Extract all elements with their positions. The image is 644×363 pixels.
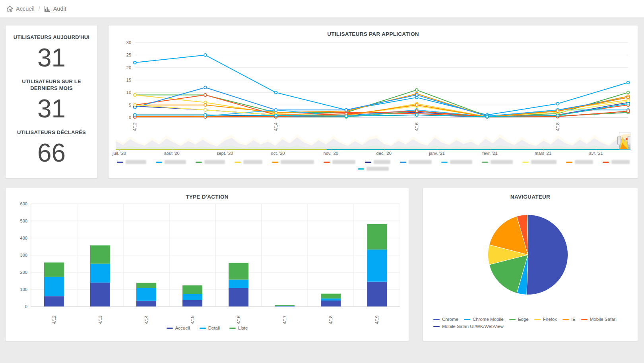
bar-segment[interactable] <box>44 262 64 277</box>
svg-text:100: 100 <box>20 287 27 292</box>
bar-segment[interactable] <box>229 279 248 288</box>
action-type-title: TYPE D'ACTION <box>12 188 402 200</box>
legend-dash-icon <box>365 162 371 163</box>
bar-segment[interactable] <box>136 283 156 288</box>
svg-text:4/15: 4/15 <box>190 316 195 324</box>
svg-text:30: 30 <box>126 40 131 45</box>
navigator-right-handle[interactable] <box>628 136 630 145</box>
line-legend-item-8[interactable] <box>400 160 432 164</box>
redacted-legend-label <box>575 160 593 164</box>
svg-text:4/16: 4/16 <box>236 316 241 324</box>
bar-segment[interactable] <box>275 306 295 306</box>
bar-segment[interactable] <box>44 296 64 306</box>
redacted-legend-label <box>367 167 389 171</box>
legend-dash-icon <box>441 162 448 163</box>
action-type-bar-chart[interactable]: 01002003004005006004/124/134/144/154/164… <box>12 201 402 325</box>
bar-segment[interactable] <box>367 282 387 306</box>
bar-segment[interactable] <box>321 299 341 301</box>
stat-value-last-month: 31 <box>37 96 66 122</box>
line-legend-item-2[interactable] <box>156 160 186 164</box>
audit-dashboard-page: Accueil / Audit UTILISATEURS AUJOURD'HUI… <box>0 0 644 363</box>
legend-dash-icon <box>566 162 572 163</box>
line-legend-item-13[interactable] <box>603 160 630 164</box>
pie-legend-item-2[interactable]: Chrome Mobile <box>464 317 504 322</box>
line-legend-item-3[interactable] <box>196 160 225 164</box>
bar-legend-item-accueil[interactable]: Accueil <box>167 326 190 330</box>
svg-text:4/14: 4/14 <box>144 316 149 324</box>
bar-legend-item-detail[interactable]: Detail <box>200 326 220 330</box>
users-by-app-line-chart[interactable]: 0510152025304/124/144/164/18 <box>116 39 630 131</box>
bar-segment[interactable] <box>229 263 248 279</box>
navigator-left-handle[interactable] <box>617 136 621 145</box>
bar-segment[interactable] <box>229 288 248 306</box>
line-chart-legend <box>116 160 630 171</box>
legend-dash-icon <box>433 326 440 327</box>
line-legend-item-6[interactable] <box>324 160 355 164</box>
legend-dash-icon <box>196 162 202 163</box>
line-legend-item-11[interactable] <box>522 160 557 164</box>
browser-title: NAVIGUATEUR <box>431 188 630 200</box>
redacted-legend-label <box>491 160 513 164</box>
bar-segment[interactable] <box>367 250 387 282</box>
svg-text:4/18: 4/18 <box>328 316 333 324</box>
users-by-app-title: UTILISATEURS PAR APPLICATION <box>116 25 630 37</box>
bar-segment[interactable] <box>136 288 156 301</box>
legend-dash-icon <box>358 168 364 170</box>
bar-chart-icon <box>44 6 50 12</box>
legend-dash-icon <box>272 162 278 163</box>
pie-legend-item-1[interactable]: Chrome <box>433 317 458 322</box>
bar-segment[interactable] <box>275 305 295 306</box>
bar-legend-item-liste[interactable]: Liste <box>229 326 248 330</box>
pie-legend-item-6[interactable]: Mobile Safari <box>581 317 617 322</box>
legend-dash-icon <box>603 162 609 163</box>
line-legend-item-12[interactable] <box>566 160 593 164</box>
navigator-month-label: sept. '20 <box>217 151 233 156</box>
legend-label: IE <box>571 317 576 322</box>
breadcrumb-home-link[interactable]: Accueil <box>6 6 35 12</box>
line-legend-item-7[interactable] <box>365 160 390 164</box>
navigator-month-label: avr. '21 <box>589 151 603 156</box>
bar-segment[interactable] <box>90 245 110 263</box>
redacted-legend-label <box>409 160 432 164</box>
pie-legend-item-4[interactable]: Firefox <box>534 317 557 322</box>
svg-text:25: 25 <box>126 53 131 57</box>
bar-segment[interactable] <box>182 300 202 306</box>
line-legend-item-9[interactable] <box>441 160 472 164</box>
bar-segment[interactable] <box>321 301 341 306</box>
legend-dash-icon <box>200 328 206 329</box>
line-legend-item-4[interactable] <box>235 160 262 164</box>
pie-legend-item-5[interactable]: IE <box>563 317 576 322</box>
bar-segment[interactable] <box>90 264 110 283</box>
svg-text:500: 500 <box>20 219 27 223</box>
breadcrumb-audit-item: Audit <box>44 6 66 12</box>
bar-segment[interactable] <box>367 224 387 250</box>
bar-chart-legend: AccueilDetailListe <box>12 326 402 330</box>
svg-text:10: 10 <box>126 90 131 95</box>
bar-segment[interactable] <box>136 301 156 306</box>
pie-legend-item-3[interactable]: Edge <box>509 317 529 322</box>
bar-segment[interactable] <box>182 285 202 294</box>
line-legend-item-5[interactable] <box>272 160 314 164</box>
navigator-month-label: déc. '20 <box>376 151 392 156</box>
time-range-navigator[interactable] <box>116 131 630 150</box>
svg-text:300: 300 <box>20 253 27 258</box>
svg-text:4/16: 4/16 <box>414 123 419 131</box>
svg-text:0: 0 <box>25 304 27 309</box>
bar-segment[interactable] <box>44 277 64 297</box>
line-legend-item-14[interactable] <box>358 167 389 171</box>
line-legend-item-1[interactable] <box>117 160 146 164</box>
pie-slice-1[interactable] <box>527 215 568 295</box>
browser-card: NAVIGUATEUR ChromeChrome MobileEdgeFiref… <box>423 188 638 341</box>
legend-dash-icon <box>156 162 162 163</box>
bar-segment[interactable] <box>182 294 202 300</box>
bar-segment[interactable] <box>321 294 341 299</box>
line-legend-item-10[interactable] <box>482 160 513 164</box>
browser-pie-chart[interactable] <box>431 201 630 308</box>
breadcrumb-home-label[interactable]: Accueil <box>16 6 35 12</box>
legend-dash-icon <box>324 162 330 163</box>
navigator-month-label: nov. '20 <box>324 151 338 156</box>
legend-label: Chrome Mobile <box>473 317 504 322</box>
pie-legend-item-7[interactable]: Mobile Safari UI/WK/WebView <box>433 324 504 329</box>
bar-segment[interactable] <box>90 283 110 306</box>
legend-dash-icon <box>509 319 516 320</box>
